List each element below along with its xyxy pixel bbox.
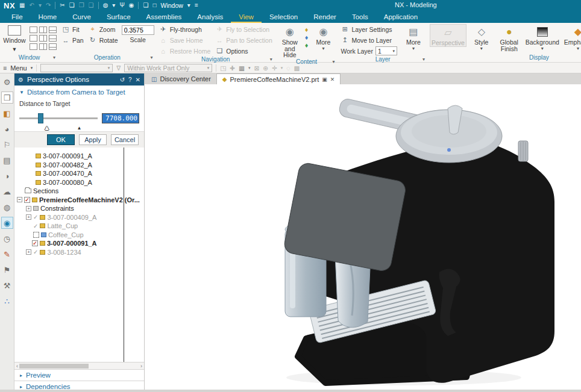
window-layout-icon[interactable]	[39, 43, 47, 50]
distance-slider[interactable]: ▲	[19, 117, 98, 119]
command-finder-dropdown-icon[interactable]: ▾	[112, 0, 115, 11]
pin-tab-icon[interactable]: ▣	[322, 76, 327, 82]
show-and-hide-button[interactable]: ◉ Show and Hide	[277, 24, 303, 58]
show-hide-dropdown-icon[interactable]: ♦	[305, 34, 309, 41]
grid-icon[interactable]: ▦	[239, 64, 245, 72]
tools-palette-icon[interactable]: ⚒	[1, 279, 13, 291]
restore-home-button[interactable]: ⌂Restore Home	[158, 46, 212, 56]
perspective-options-dialog-header[interactable]: ⚙ Perspective Options ↺ ? ✕	[14, 73, 144, 86]
scroll-right-icon[interactable]: ›	[140, 363, 142, 369]
tree-item-sections[interactable]: Sections	[14, 187, 144, 196]
window-layout-icon[interactable]	[39, 35, 47, 42]
pan-button[interactable]: ↔Pan	[60, 35, 85, 45]
copy-icon[interactable]: ❏	[69, 0, 75, 11]
window-menu[interactable]: Window	[161, 2, 183, 9]
immersive-show-hide-icon[interactable]: ♦	[305, 26, 309, 33]
horizontal-scrollbar[interactable]: ‹ ›	[14, 362, 144, 369]
style-button[interactable]: ◇ Style ▾	[469, 24, 494, 52]
collapse-expander-icon[interactable]: −	[17, 197, 22, 202]
move-to-layer-button[interactable]: ↥Move to Layer	[339, 35, 398, 45]
voice-command-icon[interactable]: Ψ	[119, 0, 124, 11]
undo-icon[interactable]: ↶	[30, 0, 34, 11]
section-distance-camera-target[interactable]: ▼ Distance from Camera to Target	[19, 89, 139, 96]
assembly-navigator-icon[interactable]: ❒	[1, 92, 13, 104]
unhide-icon[interactable]: ♦	[305, 42, 309, 49]
roles-icon[interactable]: ∴	[1, 295, 13, 307]
window-layout-icon[interactable]	[30, 43, 37, 50]
fit-button[interactable]: ◳Fit	[60, 24, 85, 34]
checkbox-checked[interactable]: ✓	[32, 240, 38, 246]
3d-canvas[interactable]	[145, 84, 581, 392]
paste-icon[interactable]: ❐	[79, 0, 84, 11]
group-dialog-launcher-icon[interactable]: ▾	[53, 55, 55, 60]
tree-item[interactable]: 3-007-000470_A	[14, 169, 144, 178]
cut-icon[interactable]: ✂	[60, 0, 64, 11]
preview-section[interactable]: ▸ Preview	[14, 369, 144, 381]
save-icon[interactable]: ▦	[19, 0, 25, 11]
tab-surface[interactable]: Surface	[99, 11, 139, 23]
tree-item[interactable]: +✓3-008-1234	[14, 248, 144, 257]
work-layer-combo[interactable]: 1▾	[375, 46, 397, 55]
group-dialog-launcher-icon[interactable]: ▾	[151, 55, 153, 60]
expand-expander-icon[interactable]: +	[26, 249, 31, 255]
paste-special-icon[interactable]: ❑	[89, 0, 94, 11]
constraint-navigator-icon[interactable]: ◧	[1, 107, 13, 119]
select-all-icon[interactable]: ⊕	[263, 64, 268, 72]
notifications-icon[interactable]: ⚐	[1, 138, 13, 151]
apply-button[interactable]: Apply	[79, 134, 107, 145]
tab-application[interactable]: Application	[376, 11, 426, 23]
expand-expander-icon[interactable]: +	[26, 206, 31, 211]
customize-qat-icon[interactable]: ≡	[195, 0, 198, 11]
process-studio-icon[interactable]: ⚑	[1, 264, 13, 276]
options-button[interactable]: ❏Options	[214, 46, 273, 56]
fly-through-button[interactable]: ✈Fly-through	[158, 24, 212, 34]
close-tab-icon[interactable]: ✕	[330, 76, 335, 82]
window-button[interactable]: Window ▾	[2, 24, 27, 52]
layer-settings-button[interactable]: ⊞Layer Settings	[339, 24, 398, 34]
settings-icon[interactable]: ⚙	[1, 76, 13, 88]
window-layout-icon[interactable]	[30, 26, 37, 33]
web-browser-icon[interactable]: ☁	[1, 185, 13, 198]
materials-icon[interactable]: ✎	[1, 248, 13, 260]
deselect-icon[interactable]: ⊠	[254, 64, 259, 72]
perspective-button[interactable]: ▱ Perspective	[430, 24, 466, 47]
collapse-dialog-icon[interactable]: ▲	[19, 123, 139, 131]
tab-home[interactable]: Home	[31, 11, 65, 23]
slider-handle[interactable]	[38, 113, 43, 123]
group-dialog-launcher-icon[interactable]: ▾	[422, 57, 425, 62]
reset-icon[interactable]: ↺	[120, 76, 125, 83]
command-finder-icon[interactable]: ◍	[103, 0, 108, 11]
content-more-button[interactable]: ◉ More ▾	[310, 24, 336, 52]
part-navigator-icon[interactable]: ◕	[1, 123, 13, 135]
help-icon[interactable]: ?	[128, 76, 132, 83]
visual-reports-icon[interactable]: ◉	[1, 217, 13, 229]
history-palette-icon[interactable]: ◍	[1, 201, 13, 213]
tree-item-constraints[interactable]: +Constraints	[14, 204, 144, 213]
tree-item[interactable]: +✓3-007-000409_A	[14, 213, 144, 222]
tree-item[interactable]: 3-007-000482_A	[14, 161, 144, 170]
pan-to-selection-button[interactable]: ↔Pan to Selection	[214, 35, 273, 45]
group-dialog-launcher-icon[interactable]: ▾	[270, 57, 272, 62]
tab-file[interactable]: File	[4, 11, 31, 23]
save-home-button[interactable]: ⌂Save Home	[158, 35, 212, 45]
ok-button[interactable]: OK	[47, 134, 75, 145]
tree-item[interactable]: 3-007-000080_A	[14, 178, 144, 187]
region-select-icon[interactable]: ▩	[294, 64, 300, 72]
undo-dropdown-icon[interactable]: ▾	[39, 0, 42, 11]
reuse-library-icon[interactable]: ▤	[1, 154, 13, 166]
emphasis-button[interactable]: ◆ Emphasis ▾	[563, 24, 581, 52]
snap-point-icon[interactable]: ✚	[230, 64, 235, 72]
tab-view[interactable]: View	[231, 11, 262, 23]
tree-item[interactable]: Coffee_Cup	[14, 231, 144, 240]
tab-tools[interactable]: Tools	[344, 11, 376, 23]
tree-column-divider[interactable]	[124, 148, 124, 362]
expand-expander-icon[interactable]: +	[26, 214, 31, 220]
rotate-button[interactable]: ↻Rotate	[87, 35, 119, 45]
tab-discovery-center[interactable]: ◫ Discovery Center	[146, 73, 216, 84]
checkbox-checked[interactable]: ✓	[24, 197, 30, 203]
add-selection-icon[interactable]: ✛	[272, 64, 277, 72]
highlight-icon[interactable]: ◳	[220, 64, 226, 72]
scrollbar-thumb[interactable]	[19, 364, 89, 369]
cascade-windows-icon[interactable]: ❏	[143, 0, 148, 11]
window-layout-icon[interactable]	[49, 26, 57, 33]
